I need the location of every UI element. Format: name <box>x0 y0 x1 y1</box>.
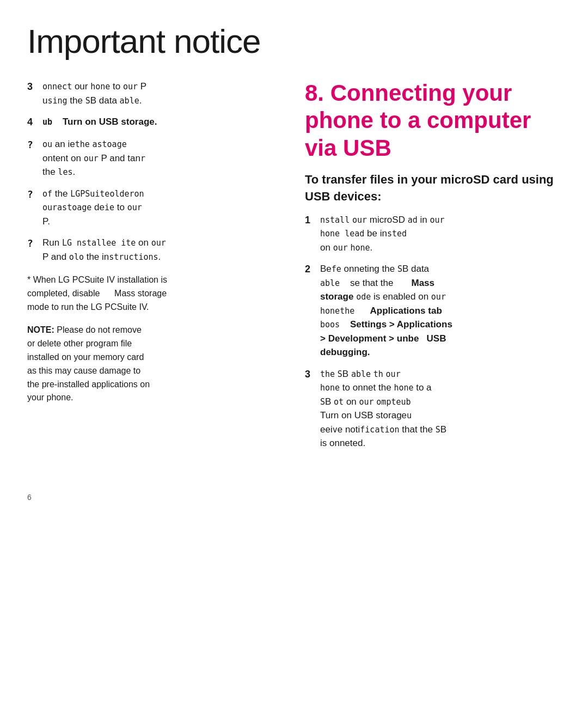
section-heading: 8. Connecting your phone to a computer v… <box>305 80 561 162</box>
main-content: 3 onnect our hone to our P using the SB … <box>27 80 561 460</box>
list-content: onnect our hone to our P using the SB da… <box>42 80 278 107</box>
asterisk-note: * When LG PCSuite IV installation is com… <box>27 273 278 314</box>
list-num: 3 <box>27 80 38 107</box>
list-item: 2 Befe onneting the SB data able se that… <box>305 262 561 359</box>
list-num: ? <box>27 137 38 179</box>
list-num: 3 <box>305 367 316 450</box>
list-num: ? <box>27 187 38 229</box>
page-number: 6 <box>27 493 561 502</box>
list-item: 3 the SB able th our hone to onnet the h… <box>305 367 561 450</box>
list-item: 4 ub Turn on USB storage. <box>27 115 278 130</box>
list-content: Befe onneting the SB data able se that t… <box>320 262 561 359</box>
list-item: ? ou an iethe astoage ontent on our P an… <box>27 137 278 179</box>
list-num: ? <box>27 236 38 264</box>
page-title: Important notice <box>27 22 561 60</box>
right-column: 8. Connecting your phone to a computer v… <box>305 80 561 460</box>
list-num: 2 <box>305 262 316 359</box>
left-column: 3 onnect our hone to our P using the SB … <box>27 80 278 413</box>
sub-heading: To transfer files in your microSD card u… <box>305 172 561 205</box>
list-content: ou an iethe astoage ontent on our P and … <box>42 137 278 179</box>
list-num: 1 <box>305 213 316 255</box>
list-item: ? of the LGPSuiteolderon ourastoage deie… <box>27 187 278 229</box>
list-num: 4 <box>27 115 38 130</box>
list-item: 3 onnect our hone to our P using the SB … <box>27 80 278 107</box>
list-content: ub Turn on USB storage. <box>42 115 278 130</box>
note-label: NOTE: <box>27 325 54 334</box>
list-content: nstall our microSD ad in our hone lead b… <box>320 213 561 255</box>
list-content: of the LGPSuiteolderon ourastoage deie t… <box>42 187 278 229</box>
left-list: 3 onnect our hone to our P using the SB … <box>27 80 278 264</box>
list-item: ? Run LG nstallee ite on our P and olo t… <box>27 236 278 264</box>
note-text: NOTE: Please do not remove or delete oth… <box>27 324 278 405</box>
right-list: 1 nstall our microSD ad in our hone lead… <box>305 213 561 450</box>
list-content: Run LG nstallee ite on our P and olo the… <box>42 236 278 264</box>
list-content: the SB able th our hone to onnet the hon… <box>320 367 561 450</box>
list-item: 1 nstall our microSD ad in our hone lead… <box>305 213 561 255</box>
